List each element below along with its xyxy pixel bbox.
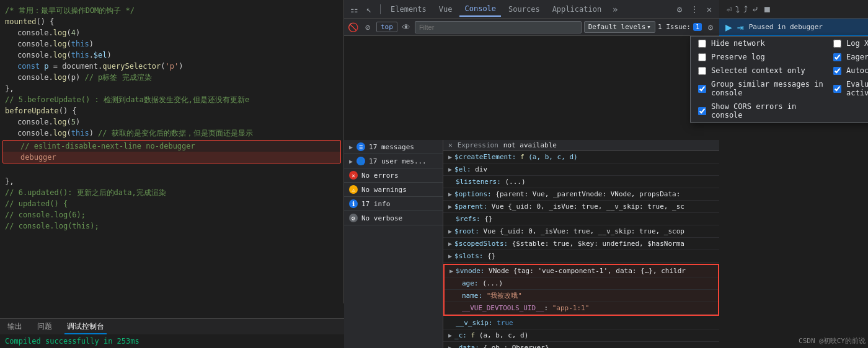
sidebar-item-all[interactable]: ▶ ≡ 17 messages <box>344 140 443 154</box>
console-entry: age: (...) <box>445 277 718 290</box>
arrow-icon[interactable]: ▶ <box>448 251 452 261</box>
sidebar-item-info[interactable]: ℹ 17 info <box>344 197 443 211</box>
group-similar-checkbox[interactable] <box>698 85 706 93</box>
code-line: console.log(4) <box>0 27 343 38</box>
console-settings-icon[interactable]: ⚙ <box>704 21 717 33</box>
code-line: console.log(p) // p标签 完成渲染 <box>0 72 343 83</box>
issue-badge: 1 <box>693 23 702 31</box>
tab-problems[interactable]: 问题 <box>35 320 55 334</box>
code-text: /* 常用：最早可以操作DOM的钩子 */ <box>5 5 135 16</box>
play-icon[interactable]: ▶ <box>725 20 732 33</box>
devtools-inspect-icon[interactable]: ↖ <box>363 3 375 15</box>
code-line: console.log(5) <box>0 116 343 128</box>
dropdown-row-show-cors: Show CORS errors in console <box>691 100 868 122</box>
sidebar-item-user[interactable]: ▶ 👤 17 user mes... <box>344 154 443 168</box>
code-text: // console.log(6); <box>5 209 86 220</box>
eager-evaluation-label: Eager evaluation <box>846 53 868 61</box>
log-xmlhttprequests-checkbox[interactable] <box>833 40 841 48</box>
paused-bar: ▶ ⇥ Paused in debugger <box>719 19 868 36</box>
rp-icon-4[interactable]: ⤶ <box>751 4 759 14</box>
entry-text: $root: Vue {_uid: 0, _isVue: true, __v_s… <box>454 226 684 237</box>
console-entry: ▶ $scopedSlots: {$stable: true, $key: un… <box>443 238 719 250</box>
arrow-icon[interactable]: ▶ <box>448 164 452 175</box>
debugger-highlight-box: // eslint-disable-next-line no-debugger … <box>2 140 341 163</box>
preserve-log-label: Preserve log <box>711 53 765 61</box>
entry-text: $vnode: VNode {tag: 'vue-component-1', d… <box>456 266 686 276</box>
code-line: // console.log(6); <box>0 209 343 220</box>
tab-output[interactable]: 输出 <box>5 320 25 334</box>
evaluate-triggers-label: Evaluate triggers user activation <box>846 80 868 97</box>
arrow-icon[interactable]: ▶ <box>448 226 452 237</box>
selected-context-checkbox[interactable] <box>698 67 706 75</box>
more-tabs-icon[interactable]: » <box>609 3 621 15</box>
rp-icon-2[interactable]: ⤵ <box>735 4 740 14</box>
code-text: // eslint-disable-next-line no-debugger <box>20 141 195 152</box>
arrow-icon[interactable]: ▶ <box>448 238 452 249</box>
sidebar-item-errors[interactable]: ✕ No errors <box>344 168 443 183</box>
sidebar-item-warnings[interactable]: ⚠ No warnings <box>344 183 443 197</box>
console-entry: name: "我被改哦" <box>445 290 718 302</box>
evaluate-triggers-checkbox[interactable] <box>833 85 841 93</box>
entry-text: $createElement: f (a, b, c, d) <box>454 152 578 162</box>
code-editor: /* 常用：最早可以操作DOM的钩子 */ mounted() { consol… <box>0 0 344 348</box>
expression-label: Expression <box>458 141 498 149</box>
entry-text: $parent: Vue {_uid: 0, _isVue: true, __v… <box>454 201 684 212</box>
preserve-log-checkbox[interactable] <box>698 53 706 61</box>
filter-input[interactable] <box>415 21 582 33</box>
arrow-icon[interactable]: ▶ <box>448 152 452 162</box>
show-cors-checkbox[interactable] <box>698 107 706 115</box>
chevron-down-icon: ▾ <box>647 23 651 31</box>
sidebar-label-info: 17 info <box>361 200 390 208</box>
rp-icon-3[interactable]: ⤴ <box>743 4 748 14</box>
code-text: debugger <box>20 152 56 163</box>
code-text: // console.log(this); <box>5 220 99 232</box>
code-line: // 5.beforeUpdate() : 检测到data数据发生变化,但是还没… <box>0 94 335 105</box>
top-selector[interactable]: top <box>376 22 397 32</box>
tab-application[interactable]: Application <box>547 2 606 16</box>
code-text: console.log(4) <box>17 27 80 38</box>
filter-icon[interactable]: ⊘ <box>361 21 374 33</box>
eager-evaluation-checkbox[interactable] <box>833 53 841 61</box>
close-expression-icon[interactable]: ✕ <box>448 141 453 149</box>
settings-icon[interactable]: ⚙ <box>673 3 686 15</box>
code-line: beforeUpdate() { <box>0 105 343 116</box>
autocomplete-history-checkbox[interactable] <box>833 67 841 75</box>
user-messages-icon: 👤 <box>356 157 365 165</box>
arrow-icon[interactable]: ▶ <box>448 189 452 199</box>
tab-sources[interactable]: Sources <box>503 2 545 16</box>
tab-debug-console[interactable]: 调试控制台 <box>64 320 107 334</box>
rp-icon-1[interactable]: ⏎ <box>727 4 732 14</box>
rp-icon-5[interactable]: ⏹ <box>763 4 771 14</box>
sidebar-label-verbose: No verbose <box>361 214 402 222</box>
code-text: // 5.beforeUpdate() : 检测到data数据发生变化,但是还没… <box>5 94 249 105</box>
tab-elements[interactable]: Elements <box>386 2 432 16</box>
step-icon[interactable]: ⇥ <box>737 20 744 33</box>
eye-icon[interactable]: 👁 <box>400 21 412 33</box>
entry-text: __v_skip: true <box>448 318 513 328</box>
code-text: console.log(this) <box>17 38 94 50</box>
more-options-icon[interactable]: ⋮ <box>688 3 701 15</box>
default-levels-button[interactable]: Default levels ▾ <box>584 21 655 33</box>
tab-vue[interactable]: Vue <box>434 2 458 16</box>
console-entry: ▶ $root: Vue {_uid: 0, _isVue: true, __v… <box>443 225 719 238</box>
code-line: // updated() { <box>0 198 343 209</box>
arrow-icon[interactable]: ▶ <box>450 266 453 276</box>
arrow-icon[interactable]: ▶ <box>448 330 452 341</box>
clear-console-icon[interactable]: 🚫 <box>347 21 359 33</box>
tab-console[interactable]: Console <box>459 2 501 17</box>
hide-network-checkbox[interactable] <box>698 40 706 48</box>
close-devtools-icon[interactable]: ✕ <box>703 3 715 15</box>
code-line: }, <box>0 176 343 187</box>
entry-text: $refs: {} <box>448 214 493 224</box>
entry-text: $listeners: (...) <box>448 176 526 187</box>
show-cors-label: Show CORS errors in console <box>711 102 828 120</box>
code-line: /* 常用：最早可以操作DOM的钩子 */ <box>0 5 343 16</box>
code-text: console.log(p) // p标签 完成渲染 <box>17 72 152 83</box>
arrow-icon[interactable]: ▶ <box>448 342 452 348</box>
arrow-icon[interactable]: ▶ <box>448 201 452 212</box>
devtools-dock-icon[interactable]: ⚏ <box>348 3 360 15</box>
code-text: const p = document.querySelector('p') <box>17 61 183 72</box>
sidebar-item-verbose[interactable]: ⚙ No verbose <box>344 211 443 225</box>
hide-network-label: Hide network <box>711 39 765 48</box>
console-entry: ▶ _c: f (a, b, c, d) <box>443 329 719 342</box>
